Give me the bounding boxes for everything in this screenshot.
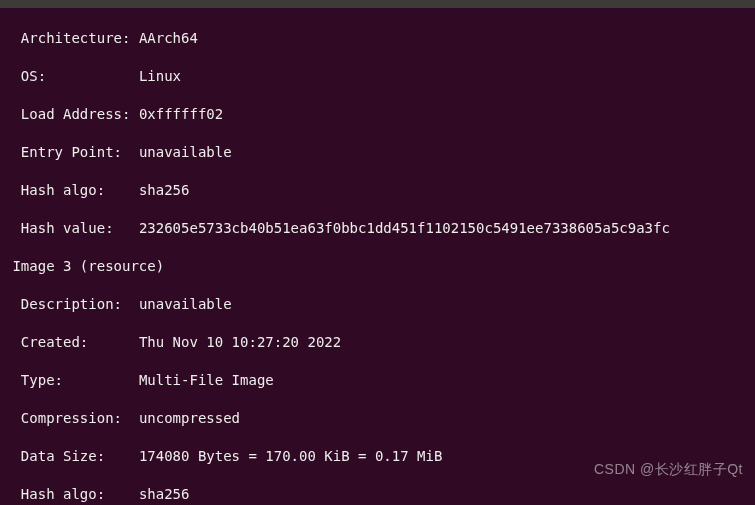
load-val: 0xffffff02 xyxy=(139,106,223,122)
image3-header: Image 3 (resource) xyxy=(4,257,751,276)
comp-key: Compression: xyxy=(4,410,122,426)
arch-key: Architecture: xyxy=(4,30,130,46)
load-key: Load Address: xyxy=(4,106,130,122)
hash-key: Hash value: xyxy=(4,220,114,236)
size-key: Data Size: xyxy=(4,448,105,464)
hash-val: 232605e5733cb40b51ea63f0bbc1dd451f110215… xyxy=(139,220,670,236)
algo3-key: Hash algo: xyxy=(4,486,105,502)
comp-val: uncompressed xyxy=(139,410,240,426)
size-val: 174080 Bytes = 170.00 KiB = 0.17 MiB xyxy=(139,448,442,464)
watermark: CSDN @长沙红胖子Qt xyxy=(594,460,743,479)
os-key: OS: xyxy=(4,68,46,84)
created-key: Created: xyxy=(4,334,88,350)
entry-val: unavailable xyxy=(139,144,232,160)
os-val: Linux xyxy=(139,68,181,84)
type-val: Multi-File Image xyxy=(139,372,274,388)
algo-key: Hash algo: xyxy=(4,182,105,198)
terminal-output[interactable]: Architecture: AArch64 OS: Linux Load Add… xyxy=(0,8,755,505)
type-key: Type: xyxy=(4,372,63,388)
created-val: Thu Nov 10 10:27:20 2022 xyxy=(139,334,341,350)
algo3-val: sha256 xyxy=(139,486,190,502)
algo-val: sha256 xyxy=(139,182,190,198)
desc-key: Description: xyxy=(4,296,122,312)
desc-val: unavailable xyxy=(139,296,232,312)
arch-val: AArch64 xyxy=(139,30,198,46)
menu-bar: File Edit View Search Terminal Help xyxy=(0,0,755,8)
entry-key: Entry Point: xyxy=(4,144,122,160)
